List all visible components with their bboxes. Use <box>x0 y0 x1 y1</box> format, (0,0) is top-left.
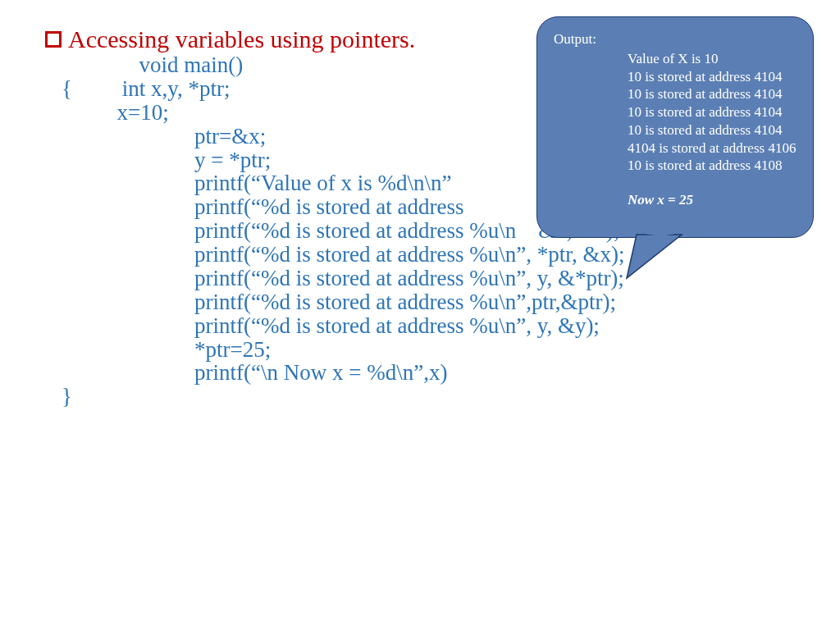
output-line: 10 is stored at address 4108 <box>628 157 797 175</box>
slide-content: Accessing variables using pointers. void… <box>0 0 840 630</box>
output-line: 4104 is stored at address 4106 <box>628 139 797 158</box>
output-heading: Output: <box>554 30 797 48</box>
output-line: 10 is stored at address 4104 <box>628 121 797 139</box>
bullet-square-icon <box>45 31 62 48</box>
output-line: 10 is stored at address 4104 <box>628 85 797 103</box>
output-lines: Value of X is 10 10 is stored at address… <box>628 50 797 175</box>
output-callout: Output: Value of X is 10 10 is stored at… <box>536 16 814 238</box>
svg-marker-0 <box>627 235 682 278</box>
slide-title: Accessing variables using pointers. <box>68 25 415 54</box>
output-line: 10 is stored at address 4104 <box>628 103 797 121</box>
output-final: Now x = 25 <box>628 191 797 209</box>
output-line: 10 is stored at address 4104 <box>628 68 797 86</box>
output-line: Value of X is 10 <box>628 50 797 68</box>
